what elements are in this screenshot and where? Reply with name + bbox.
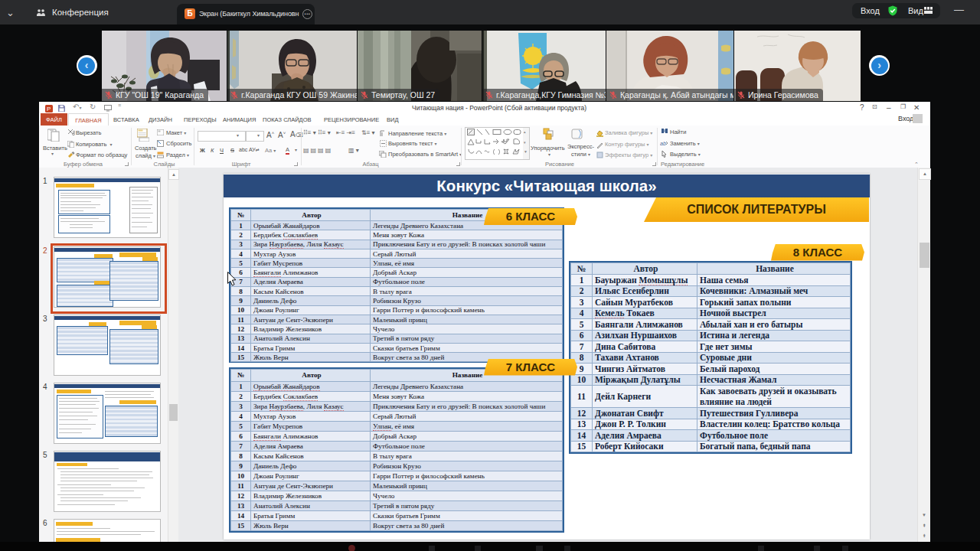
svg-text:ab: ab [660, 141, 666, 146]
svg-text:P: P [47, 106, 51, 112]
